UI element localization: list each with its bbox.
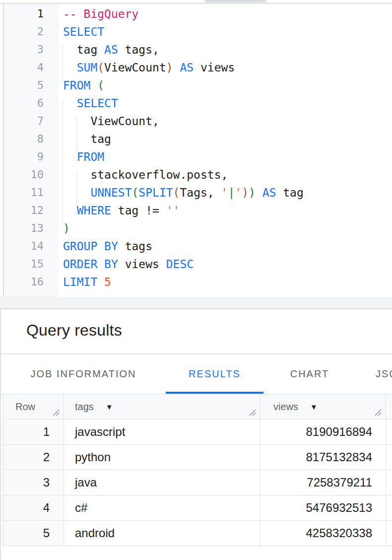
extra-cell [386, 420, 392, 444]
code-token: tag != [111, 204, 166, 217]
views-cell: 7258379211 [261, 470, 386, 495]
code-line[interactable]: UNNEST(SPLIT(Tags, '|')) AS tag [63, 184, 392, 202]
code-token: ' [235, 186, 242, 199]
code-token: DESC [166, 258, 194, 271]
code-token: 5 [104, 276, 111, 288]
code-token: ( [97, 79, 104, 92]
code-token: ) [242, 186, 249, 199]
code-token: views [194, 61, 235, 74]
code-line[interactable]: ORDER BY views DESC [63, 255, 392, 273]
code-token: -- BigQuery [63, 7, 138, 20]
line-number: 2 [4, 23, 44, 41]
code-line[interactable]: LIMIT 5 [63, 273, 392, 291]
code-token: tag [63, 133, 111, 145]
code-line[interactable]: GROUP BY tags [63, 237, 392, 255]
tab-label: JSON [376, 368, 392, 380]
extra-cell [386, 470, 392, 495]
code-token: stackoverflow.posts, [63, 168, 228, 181]
tags-cell: python [64, 445, 261, 470]
line-number: 14 [4, 237, 44, 255]
code-line[interactable]: tag AS tags, [63, 41, 392, 59]
column-dropdown-icon[interactable]: ▼ [106, 403, 113, 411]
indent-guide [63, 46, 63, 81]
tab-json[interactable]: JSON [356, 354, 392, 394]
line-number: 15 [4, 255, 44, 273]
results-table: Rowtags▼views▼1javascript81909168942pyth… [3, 394, 392, 546]
tab-label: JOB INFORMATION [31, 368, 136, 380]
line-number: 13 [4, 219, 44, 237]
column-dropdown-icon[interactable]: ▼ [310, 403, 318, 411]
indent-guide [63, 99, 63, 224]
code-token: SELECT [63, 25, 104, 38]
active-tab-indicator [166, 392, 263, 394]
code-line[interactable]: stackoverflow.posts, [63, 166, 392, 184]
horizontal-scrollbar-thumb[interactable] [204, 0, 266, 2]
code-token [63, 204, 77, 217]
column-header-tags[interactable]: tags▼ [64, 394, 261, 419]
code-token: AS [262, 186, 276, 199]
indent-guide [76, 117, 77, 153]
code-token [63, 97, 77, 110]
code-token [90, 79, 97, 92]
sql-code[interactable]: -- BigQuerySELECT tag AS tags, SUM(ViewC… [63, 5, 392, 291]
extra-cell [386, 445, 392, 470]
code-line[interactable]: FROM [63, 148, 392, 166]
results-tab-bar: JOB INFORMATIONRESULTSCHARTJSON [1, 354, 392, 394]
code-line[interactable]: ) [63, 219, 392, 237]
line-number: 1 [4, 5, 44, 23]
code-token [173, 61, 180, 74]
code-line[interactable]: ViewCount, [63, 112, 392, 130]
code-line[interactable]: SELECT [63, 23, 392, 41]
column-resize-handle[interactable] [53, 409, 60, 417]
code-line[interactable]: WHERE tag != '' [63, 202, 392, 219]
code-token: '' [166, 204, 180, 217]
code-line[interactable]: SUM(ViewCount) AS views [63, 59, 392, 76]
code-token: SUM [77, 61, 98, 74]
column-label: views [273, 401, 298, 413]
line-numbers: 12345678910111213141516 [4, 5, 44, 291]
column-resize-handle[interactable] [249, 409, 257, 417]
editor-bottom-strip [0, 297, 392, 309]
code-token: ViewCount, [63, 115, 159, 128]
code-line[interactable]: tag [63, 130, 392, 148]
row-number-cell: 1 [3, 420, 64, 444]
query-results-title: Query results [1, 309, 392, 340]
code-token [97, 276, 104, 288]
code-token: ViewCount [104, 61, 166, 74]
tab-label: RESULTS [189, 368, 241, 380]
column-header-views[interactable]: views▼ [261, 394, 386, 419]
tab-results[interactable]: RESULTS [166, 354, 263, 394]
line-number: 12 [4, 202, 44, 219]
indent-guide [76, 171, 77, 207]
table-row: 5android4258320338 [3, 521, 392, 546]
code-line[interactable]: -- BigQuery [63, 5, 392, 23]
row-number-cell: 5 [3, 521, 64, 546]
code-token: SELECT [77, 97, 118, 110]
views-cell: 8190916894 [261, 420, 386, 444]
code-line[interactable]: SELECT [63, 94, 392, 112]
code-token: FROM [63, 79, 90, 92]
line-number: 16 [4, 273, 44, 291]
code-token: AS [180, 61, 194, 74]
column-header-row[interactable]: Row [3, 394, 64, 419]
code-token: tags [118, 240, 152, 253]
code-token: tag [63, 43, 104, 56]
query-results-panel: Query results JOB INFORMATIONRESULTSCHAR… [0, 309, 392, 560]
code-token: Tags, [180, 186, 221, 199]
tab-job-information[interactable]: JOB INFORMATION [1, 354, 166, 394]
line-number: 3 [4, 41, 44, 59]
code-token: GROUP BY [63, 240, 118, 253]
table-header-row: Rowtags▼views▼ [3, 394, 392, 420]
code-token: | [228, 186, 235, 199]
column-label: tags [75, 401, 94, 413]
column-resize-handle[interactable] [375, 409, 382, 417]
tab-chart[interactable]: CHART [263, 354, 356, 394]
tags-cell: javascript [64, 420, 261, 444]
views-cell: 8175132834 [261, 445, 386, 470]
line-number: 10 [4, 166, 44, 184]
code-token: ' [221, 186, 228, 199]
sql-editor[interactable]: 12345678910111213141516 -- BigQuerySELEC… [3, 4, 392, 297]
code-token: ) [63, 222, 70, 235]
code-token: views [118, 258, 166, 271]
code-line[interactable]: FROM ( [63, 76, 392, 94]
